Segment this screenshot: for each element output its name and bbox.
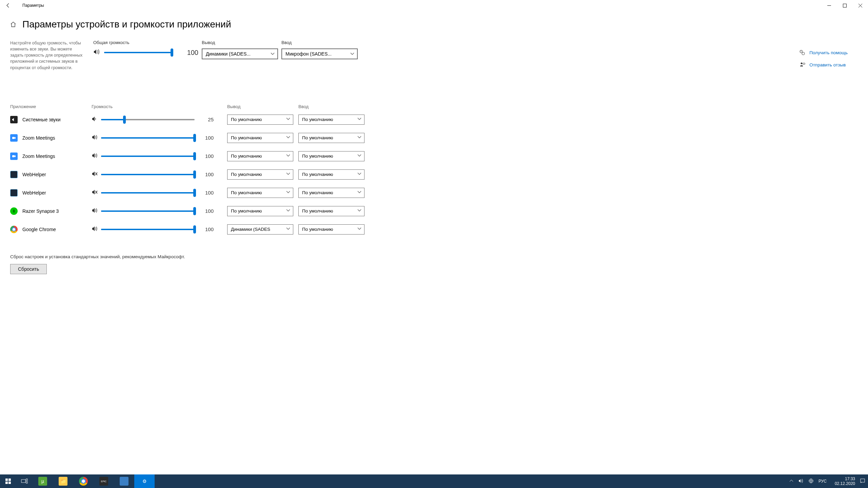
get-help-link[interactable]: ? Получить помощь: [799, 49, 848, 56]
app-volume-slider[interactable]: [101, 226, 195, 233]
tray-notifications-icon[interactable]: [860, 478, 865, 485]
page-description: Настройте общую громкость, чтобы изменит…: [10, 40, 90, 71]
start-button[interactable]: [0, 474, 16, 488]
reset-button[interactable]: Сбросить: [10, 264, 47, 274]
app-volume-value: 100: [203, 208, 214, 214]
app-input-combo[interactable]: По умолчанию: [298, 188, 364, 198]
window-title: Параметры: [22, 3, 44, 8]
app-volume-slider[interactable]: [101, 189, 195, 196]
chevron-down-icon: [271, 52, 275, 57]
app-output-value: По умолчанию: [231, 172, 262, 177]
app-name: WebHelper: [22, 190, 46, 196]
chevron-down-icon: [357, 190, 361, 195]
input-device-value: Микрофон (SADES...: [285, 51, 332, 57]
taskbar-app-epic[interactable]: EPIC: [94, 474, 114, 488]
chevron-down-icon: [357, 117, 361, 122]
app-input-value: По умолчанию: [302, 208, 333, 214]
tray-clock[interactable]: 17:33 02.12.2020: [835, 476, 855, 486]
output-device-combo[interactable]: Динамики (SADES...: [202, 48, 278, 59]
app-name: WebHelper: [22, 172, 46, 177]
app-output-value: По умолчанию: [231, 135, 262, 140]
svg-rect-8: [803, 63, 805, 64]
input-device-combo[interactable]: Микрофон (SADES...: [281, 48, 358, 59]
app-output-combo[interactable]: По умолчанию: [227, 115, 293, 125]
chevron-down-icon: [357, 135, 361, 140]
app-speaker-icon[interactable]: [92, 189, 98, 197]
app-output-combo[interactable]: По умолчанию: [227, 169, 293, 180]
send-feedback-text: Отправить отзыв: [809, 62, 846, 67]
svg-rect-20: [26, 479, 27, 481]
app-row: Google Chrome100Динамики (SADESПо умолча…: [10, 220, 858, 239]
app-output-combo[interactable]: По умолчанию: [227, 206, 293, 216]
chevron-down-icon: [357, 208, 361, 214]
app-speaker-icon[interactable]: [92, 116, 98, 123]
tray-network-icon[interactable]: [808, 478, 814, 485]
app-output-combo[interactable]: По умолчанию: [227, 151, 293, 161]
app-volume-slider[interactable]: [101, 153, 195, 160]
svg-point-5: [802, 52, 805, 55]
chevron-down-icon: [286, 135, 290, 140]
tray-language[interactable]: РУС: [818, 479, 827, 484]
app-input-combo[interactable]: По умолчанию: [298, 206, 364, 216]
svg-rect-10: [12, 155, 15, 157]
app-volume-value: 100: [203, 190, 214, 196]
page-title: Параметры устройств и громкости приложен…: [22, 19, 231, 30]
master-volume-slider[interactable]: [104, 49, 172, 56]
app-input-combo[interactable]: По умолчанию: [298, 169, 364, 180]
close-button[interactable]: [852, 0, 868, 11]
svg-rect-23: [861, 479, 865, 482]
minimize-button[interactable]: [821, 0, 837, 11]
app-speaker-icon[interactable]: [92, 134, 98, 142]
app-input-combo[interactable]: По умолчанию: [298, 133, 364, 143]
app-name: Google Chrome: [22, 227, 56, 232]
col-app: Приложение: [10, 104, 92, 109]
app-volume-slider[interactable]: [101, 116, 195, 123]
taskbar-app-settings[interactable]: ⚙: [134, 474, 155, 488]
tray-chevron-icon[interactable]: [789, 479, 793, 484]
col-vol: Громкость: [92, 104, 227, 109]
app-input-value: По умолчанию: [302, 190, 333, 195]
taskbar-app-generic[interactable]: [114, 474, 134, 488]
app-speaker-icon[interactable]: [92, 207, 98, 215]
app-input-combo[interactable]: По умолчанию: [298, 151, 364, 161]
app-row: Системные звуки25По умолчаниюПо умолчани…: [10, 110, 858, 129]
app-name: Razer Synapse 3: [22, 208, 59, 214]
app-volume-slider[interactable]: [101, 135, 195, 141]
speaker-icon[interactable]: [93, 48, 100, 57]
chevron-down-icon: [286, 208, 290, 214]
app-input-value: По умолчанию: [302, 135, 333, 140]
app-volume-slider[interactable]: [101, 171, 195, 178]
chevron-down-icon: [286, 117, 290, 122]
app-output-combo[interactable]: По умолчанию: [227, 188, 293, 198]
app-row: WebHelper100По умолчаниюПо умолчанию: [10, 184, 858, 202]
app-input-combo[interactable]: По умолчанию: [298, 224, 364, 235]
svg-point-7: [801, 63, 803, 64]
app-speaker-icon[interactable]: [92, 226, 98, 233]
output-label: Вывод: [202, 40, 278, 45]
taskbar-app-explorer[interactable]: 📁: [53, 474, 73, 488]
app-speaker-icon[interactable]: [92, 171, 98, 178]
tray-volume-icon[interactable]: [798, 478, 804, 485]
chevron-down-icon: [286, 190, 290, 195]
back-button[interactable]: [0, 0, 16, 11]
app-output-combo[interactable]: По умолчанию: [227, 133, 293, 143]
master-volume-label: Общая громкость: [93, 40, 198, 45]
home-icon[interactable]: [10, 21, 16, 27]
app-speaker-icon[interactable]: [92, 152, 98, 160]
maximize-button[interactable]: [837, 0, 852, 11]
chevron-down-icon: [286, 154, 290, 159]
chevron-down-icon: [286, 172, 290, 177]
app-name: Zoom Meetings: [22, 135, 55, 141]
chevron-down-icon: [286, 227, 290, 232]
app-volume-slider[interactable]: [101, 208, 195, 215]
app-input-value: По умолчанию: [302, 227, 333, 232]
taskbar-app-chrome[interactable]: [73, 474, 94, 488]
send-feedback-link[interactable]: Отправить отзыв: [799, 62, 848, 68]
task-view-button[interactable]: [16, 474, 33, 488]
app-input-combo[interactable]: По умолчанию: [298, 115, 364, 125]
app-row: Zoom Meetings100По умолчаниюПо умолчанию: [10, 147, 858, 165]
svg-rect-21: [26, 482, 27, 483]
app-output-combo[interactable]: Динамики (SADES: [227, 224, 293, 235]
output-device-value: Динамики (SADES...: [206, 51, 251, 57]
taskbar-app-utorrent[interactable]: µ: [33, 474, 53, 488]
